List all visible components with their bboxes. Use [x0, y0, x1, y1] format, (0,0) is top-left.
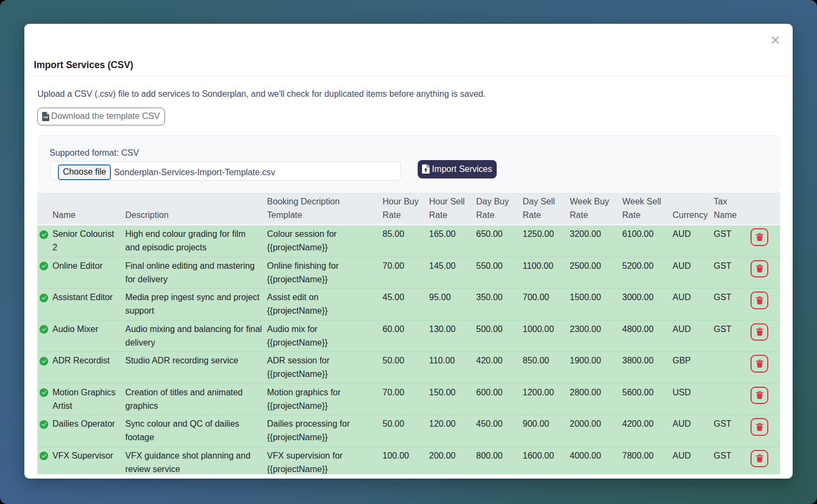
svg-text:CSV: CSV [43, 116, 49, 118]
